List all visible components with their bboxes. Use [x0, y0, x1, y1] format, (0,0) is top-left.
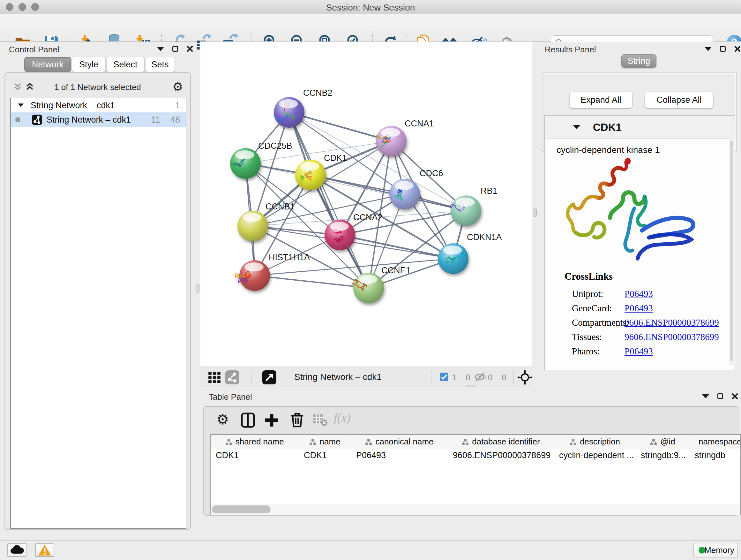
node-label-CCNB2: CCNB2 [303, 88, 333, 98]
result-section-header[interactable]: CDK1 [545, 116, 735, 139]
memory-button[interactable]: Memory [693, 543, 738, 557]
gene-description: cyclin-dependent kinase 1 [556, 145, 660, 155]
cloud-status-icon[interactable] [7, 543, 26, 557]
column-header-sharedname[interactable]: shared name [211, 435, 299, 449]
hidden-eye-icon [474, 372, 486, 383]
add-column-icon[interactable] [264, 413, 279, 429]
edge-CDK1-RB1[interactable] [311, 175, 466, 211]
node-HIST1H1A[interactable] [235, 260, 270, 291]
node-label-CDC25B: CDC25B [258, 141, 292, 151]
table-panel: Table Panel ⚙ f(x) [200, 387, 741, 540]
tab-network[interactable]: Network [24, 57, 71, 72]
panel-float-icon[interactable] [720, 46, 726, 52]
toolbar-separator [251, 370, 252, 384]
edge-CCNA2-CDKN1A[interactable] [340, 235, 453, 259]
node-CCNA2[interactable] [325, 220, 355, 250]
node-label-CDC6: CDC6 [420, 169, 443, 178]
panel-menu-icon[interactable] [702, 394, 709, 398]
crosslink-label: Tissues: [564, 332, 624, 342]
table-box: ⚙ f(x) shared namenamecanonical [203, 406, 738, 516]
cdk1-result-section: CDK1 cyclin-dependent kinase 1 CrossLink… [544, 115, 735, 370]
crosslink-row: Compartments:9606.ENSP00000378699 [564, 315, 731, 330]
vertical-splitter-grip[interactable] [196, 284, 199, 293]
network-options-gear-icon[interactable]: ⚙ [172, 80, 183, 94]
column-header-id[interactable]: @id [636, 435, 690, 449]
panel-close-icon[interactable] [734, 45, 741, 52]
node-CCNB1[interactable] [238, 211, 268, 241]
node-CCNA1[interactable] [376, 126, 407, 157]
node-label-CCNB1: CCNB1 [266, 202, 295, 211]
results-scrollbar[interactable] [729, 140, 734, 365]
panel-close-icon[interactable] [186, 45, 193, 52]
center-view-icon[interactable] [518, 370, 532, 386]
selection-status-text: 1 of 1 Network selected [5, 82, 190, 92]
collapse-all-button[interactable]: Collapse All [645, 91, 714, 108]
panel-close-icon[interactable] [731, 393, 738, 400]
network-row-selected[interactable]: String Network – cdk1 11 48 [11, 112, 186, 127]
warning-icon[interactable] [35, 543, 54, 557]
column-header-namespace[interactable]: namespace [690, 435, 741, 449]
table-cell: P06493 [351, 449, 448, 462]
grid-view-icon[interactable] [208, 371, 221, 385]
column-header-canonicalname[interactable]: canonical name [351, 435, 448, 449]
panel-menu-icon[interactable] [157, 47, 164, 51]
crosslinks-block: CrossLinks Uniprot:P06493GeneCard:P06493… [564, 271, 731, 359]
node-CCNE1[interactable] [352, 273, 384, 303]
tab-string[interactable]: String [621, 54, 657, 68]
panel-float-icon[interactable] [172, 46, 178, 52]
node-label-CCNA2: CCNA2 [353, 212, 383, 222]
node-CDKN1A[interactable] [438, 243, 468, 274]
table-row[interactable]: CDK1CDK1P064939606.ENSP00000378699cyclin… [211, 449, 741, 462]
delete-column-icon[interactable] [290, 413, 304, 429]
genecard-link[interactable]: P06493 [624, 303, 653, 314]
section-collapse-icon[interactable] [573, 125, 580, 129]
app-window: Session: New Session [0, 0, 741, 560]
table-cell: cyclin-dependent ... [554, 449, 636, 462]
control-panel-tabs: NetworkStyleSelectSets [0, 57, 195, 73]
network-graph[interactable]: CCNB2CCNA1CDC25BCDK1CDC6RB1CCNB1CCNA2CDK… [200, 42, 532, 367]
node-label-CCNA1: CCNA1 [405, 119, 434, 128]
column-header-databaseidentifier[interactable]: database identifier [448, 435, 554, 449]
node-CDK1[interactable] [295, 160, 326, 190]
pharos-link[interactable]: P06493 [624, 346, 653, 357]
tissues-link[interactable]: 9606.ENSP00000378699 [624, 332, 719, 342]
compartments-link[interactable]: 9606.ENSP00000378699 [624, 317, 719, 328]
panel-float-icon[interactable] [718, 393, 723, 399]
crosslink-row: GeneCard:P06493 [564, 301, 731, 315]
table-cell: 9606.ENSP00000378699 [448, 449, 554, 462]
main-toolbar: ? [0, 14, 741, 42]
detach-view-icon[interactable] [262, 370, 276, 385]
crosslink-label: Compartments: [564, 317, 624, 328]
uniprot-link[interactable]: P06493 [624, 289, 653, 299]
network-list-box: 1 of 1 Network selected ⚙ String Network… [4, 72, 191, 530]
tab-select[interactable]: Select [106, 57, 145, 72]
table-options-gear-icon[interactable]: ⚙ [216, 413, 229, 427]
column-header-description[interactable]: description [554, 435, 636, 449]
node-label-HIST1H1A: HIST1H1A [269, 253, 310, 262]
collection-count: 1 [175, 101, 180, 111]
network-selection-bar: 1 of 1 Network selected ⚙ [5, 80, 190, 95]
node-CCNB2[interactable] [274, 97, 305, 128]
collection-label: String Network – cdk1 [30, 101, 115, 111]
show-columns-icon[interactable] [241, 413, 255, 429]
vertical-splitter-grip[interactable] [533, 208, 537, 217]
node-CDC25B[interactable] [230, 148, 261, 179]
network-canvas[interactable]: CCNB2CCNA1CDC25BCDK1CDC6RB1CCNB1CCNA2CDK… [200, 42, 532, 367]
tab-sets[interactable]: Sets [145, 57, 175, 72]
table-hscrollbar[interactable] [211, 504, 740, 515]
delete-table-icon-disabled [313, 413, 328, 428]
edge-CCNB2-CCNA1[interactable] [289, 112, 391, 141]
column-header-name[interactable]: name [299, 435, 351, 449]
selected-nodes-edges-count: 1 – 0 [452, 373, 470, 382]
expand-all-button[interactable]: Expand All [569, 91, 632, 108]
node-CDC6[interactable] [389, 179, 420, 209]
network-birdseye-icon[interactable] [225, 370, 239, 385]
panel-menu-icon[interactable] [704, 47, 712, 51]
tree-expand-icon[interactable] [18, 104, 23, 107]
network-collection-row[interactable]: String Network – cdk1 1 [11, 98, 186, 112]
crosslinks-title: CrossLinks [564, 271, 731, 282]
selected-checkbox-icon[interactable] [440, 373, 448, 381]
edge-HIST1H1A-CCNE1[interactable] [255, 275, 368, 288]
hidden-nodes-edges-count: 0 – 0 [488, 373, 507, 382]
tab-style[interactable]: Style [72, 57, 106, 72]
